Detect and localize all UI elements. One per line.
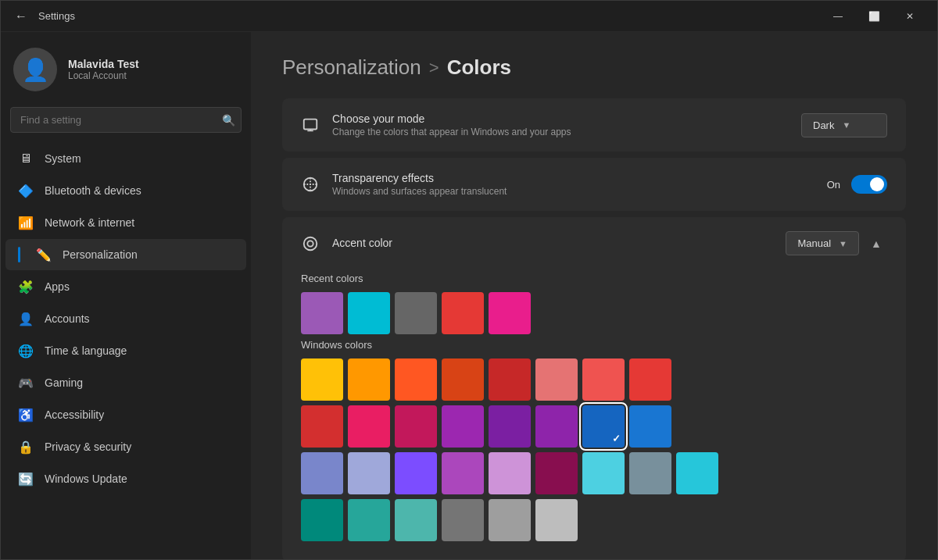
sidebar-item-label: Apps xyxy=(45,280,234,293)
sidebar-item-time[interactable]: 🌐 Time & language xyxy=(5,335,246,366)
wc-swatch[interactable] xyxy=(348,358,390,401)
maximize-button[interactable]: ⬜ xyxy=(856,1,892,32)
wc-swatch[interactable] xyxy=(395,358,437,401)
transparency-desc: Windows and surfaces appear translucent xyxy=(332,186,814,197)
accent-header[interactable]: Accent color Manual ▼ ▲ xyxy=(282,217,906,269)
breadcrumb-parent: Personalization xyxy=(282,55,421,80)
svg-point-4 xyxy=(304,237,317,250)
sidebar-item-accounts[interactable]: 👤 Accounts xyxy=(5,303,246,334)
wc-swatch[interactable] xyxy=(395,499,437,541)
avatar: 👤 xyxy=(13,48,57,91)
mode-desc: Change the colors that appear in Windows… xyxy=(332,127,789,137)
recent-color-5[interactable] xyxy=(489,292,531,334)
transparency-toggle[interactable] xyxy=(851,175,887,194)
wc-swatch[interactable] xyxy=(535,405,578,448)
wc-swatch[interactable] xyxy=(629,358,671,401)
wc-swatch[interactable] xyxy=(535,499,578,541)
toggle-on-label: On xyxy=(827,179,840,191)
user-type: Local Account xyxy=(68,70,139,81)
wc-swatch[interactable] xyxy=(442,405,484,448)
user-icon: 👤 xyxy=(22,57,49,83)
active-indicator xyxy=(18,247,20,262)
sidebar-nav: 🖥 System 🔷 Bluetooth & devices 📶 Network… xyxy=(1,142,251,495)
accent-dropdown-value: Manual xyxy=(797,237,831,249)
wc-swatch[interactable] xyxy=(489,452,531,494)
accounts-icon: 👤 xyxy=(18,311,34,326)
wc-swatch[interactable] xyxy=(676,452,718,494)
wc-swatch[interactable] xyxy=(301,358,343,401)
mode-dropdown[interactable]: Dark ▼ xyxy=(801,113,887,137)
mode-row: Choose your mode Change the colors that … xyxy=(301,112,887,137)
search-icon[interactable]: 🔍 xyxy=(222,114,235,127)
windows-colors-label: Windows colors xyxy=(301,339,887,351)
toggle-knob xyxy=(870,177,884,191)
recent-colors-label: Recent colors xyxy=(301,273,887,284)
wc-swatch[interactable] xyxy=(442,358,484,401)
sidebar-item-label: Personalization xyxy=(63,248,234,261)
wc-swatch[interactable] xyxy=(348,405,390,448)
content-area: 👤 Malavida Test Local Account 🔍 🖥 System xyxy=(1,32,937,559)
back-button[interactable]: ← xyxy=(10,5,32,27)
sidebar-item-network[interactable]: 📶 Network & internet xyxy=(5,207,246,238)
sidebar-item-bluetooth[interactable]: 🔷 Bluetooth & devices xyxy=(5,175,246,206)
sidebar-item-gaming[interactable]: 🎮 Gaming xyxy=(5,367,246,398)
minimize-button[interactable]: — xyxy=(820,1,856,32)
mode-dropdown-arrow: ▼ xyxy=(842,120,850,130)
sidebar-item-accessibility[interactable]: ♿ Accessibility xyxy=(5,399,246,430)
wc-swatch[interactable] xyxy=(582,452,625,494)
network-icon: 📶 xyxy=(18,215,34,230)
sidebar-item-system[interactable]: 🖥 System xyxy=(5,143,246,174)
settings-window: ← Settings — ⬜ ✕ 👤 Malavida Test Local A… xyxy=(0,0,938,560)
recent-colors-row xyxy=(301,292,887,334)
wc-swatch[interactable] xyxy=(629,452,671,494)
user-info: Malavida Test Local Account xyxy=(68,58,139,81)
search-input[interactable] xyxy=(10,107,242,133)
update-icon: 🔄 xyxy=(18,471,34,487)
wc-swatch[interactable] xyxy=(301,499,343,541)
wc-swatch[interactable] xyxy=(348,452,390,494)
wc-swatch-selected[interactable] xyxy=(582,405,625,448)
wc-swatch[interactable] xyxy=(535,358,578,401)
sidebar-item-update[interactable]: 🔄 Windows Update xyxy=(5,463,246,494)
transparency-row: Transparency effects Windows and surface… xyxy=(301,172,887,197)
transparency-icon xyxy=(301,175,320,194)
collapse-button[interactable]: ▲ xyxy=(865,233,887,255)
wc-swatch[interactable] xyxy=(442,452,484,494)
transparency-text: Transparency effects Windows and surface… xyxy=(332,172,814,197)
accent-dropdown[interactable]: Manual ▼ xyxy=(786,231,859,255)
accent-dropdown-arrow: ▼ xyxy=(839,239,847,248)
mode-control: Dark ▼ xyxy=(801,113,887,137)
bluetooth-icon: 🔷 xyxy=(18,183,34,198)
accent-icon xyxy=(301,234,320,253)
sidebar-item-privacy[interactable]: 🔒 Privacy & security xyxy=(5,431,246,462)
transparency-control: On xyxy=(827,175,887,194)
wc-swatch[interactable] xyxy=(395,452,437,494)
sidebar-item-personalization[interactable]: ✏️ Personalization xyxy=(5,239,246,270)
sidebar-item-label: Accessibility xyxy=(45,408,234,421)
wc-swatch[interactable] xyxy=(582,358,625,401)
accessibility-icon: ♿ xyxy=(18,407,34,423)
wc-swatch[interactable] xyxy=(395,405,437,448)
wc-swatch[interactable] xyxy=(489,499,531,541)
user-name: Malavida Test xyxy=(68,58,139,70)
wc-swatch[interactable] xyxy=(442,499,484,541)
recent-color-4[interactable] xyxy=(442,292,484,334)
wc-swatch[interactable] xyxy=(301,405,343,448)
wc-swatch[interactable] xyxy=(301,452,343,494)
wc-swatch[interactable] xyxy=(489,358,531,401)
wc-swatch[interactable] xyxy=(348,499,390,541)
wc-swatch[interactable] xyxy=(489,405,531,448)
sidebar-item-apps[interactable]: 🧩 Apps xyxy=(5,271,246,302)
recent-color-1[interactable] xyxy=(301,292,343,334)
mode-card: Choose your mode Change the colors that … xyxy=(282,98,906,152)
sidebar-item-label: System xyxy=(45,152,234,165)
recent-color-2[interactable] xyxy=(348,292,390,334)
breadcrumb: Personalization > Colors xyxy=(282,55,906,80)
recent-color-3[interactable] xyxy=(395,292,437,334)
transparency-title: Transparency effects xyxy=(332,172,814,184)
svg-rect-0 xyxy=(304,119,317,130)
wc-swatch[interactable] xyxy=(629,405,671,448)
sidebar-item-label: Network & internet xyxy=(45,216,234,229)
close-button[interactable]: ✕ xyxy=(892,1,928,32)
wc-swatch[interactable] xyxy=(535,452,578,494)
